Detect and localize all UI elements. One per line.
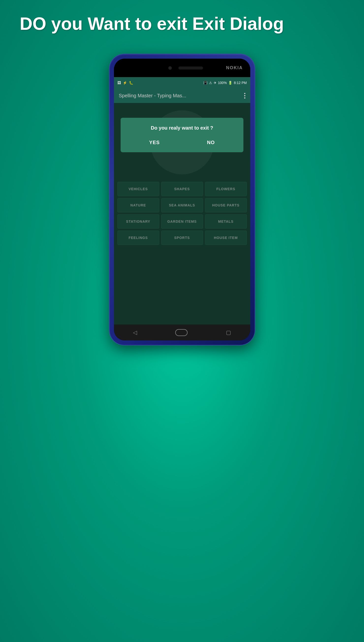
home-button[interactable] (175, 329, 188, 336)
brand-logo: NOKIA (226, 65, 243, 71)
camera-icon (168, 66, 172, 70)
phone-mockup: NOKIA 🖼 ⚡ 🐛 📳 ⚠ ✈ 100% 🔋 8:12 PM (110, 54, 255, 345)
speaker-grille (178, 67, 203, 70)
battery-icon: 🔋 (228, 81, 232, 85)
status-left: 🖼 ⚡ 🐛 (118, 81, 133, 85)
battery-percent: 100% (218, 81, 227, 85)
time-display: 8:12 PM (234, 81, 246, 85)
warning-icon: ⚠ (209, 81, 212, 85)
yes-button[interactable]: YES (144, 138, 165, 147)
phone-top-bar: NOKIA (114, 59, 250, 77)
dot1 (244, 93, 245, 94)
bottom-navigation: ◁ ▢ (114, 325, 250, 341)
app-title-bar: Spelling Master - Typing Mas... (114, 88, 250, 103)
dot3 (244, 97, 245, 99)
dot2 (244, 95, 245, 96)
dialog-buttons: YES NO (126, 138, 238, 147)
exit-dialog: Do you realy want to exit ? YES NO (120, 118, 244, 152)
app-title-text: Spelling Master - Typing Mas... (119, 93, 186, 99)
back-button[interactable]: ◁ (133, 329, 137, 336)
status-bar: 🖼 ⚡ 🐛 📳 ⚠ ✈ 100% 🔋 8:12 PM (114, 77, 250, 88)
bug-icon: 🐛 (129, 81, 133, 85)
dialog-overlay: Do you realy want to exit ? YES NO (114, 103, 250, 325)
screen-content: TYPING MASTER Do you realy want to exit … (114, 103, 250, 325)
page-title: DO you Want to exit Exit Dialog (20, 14, 284, 34)
phone-screen: NOKIA 🖼 ⚡ 🐛 📳 ⚠ ✈ 100% 🔋 8:12 PM (114, 59, 250, 341)
usb-icon: ⚡ (123, 81, 127, 85)
dialog-message: Do you realy want to exit ? (126, 125, 238, 131)
menu-button[interactable] (244, 93, 245, 99)
image-icon: 🖼 (118, 81, 121, 85)
vibrate-icon: 📳 (203, 81, 208, 85)
status-right: 📳 ⚠ ✈ 100% 🔋 8:12 PM (203, 81, 247, 85)
phone-outer: NOKIA 🖼 ⚡ 🐛 📳 ⚠ ✈ 100% 🔋 8:12 PM (110, 54, 255, 345)
no-button[interactable]: NO (202, 138, 220, 147)
airplane-icon: ✈ (214, 81, 216, 85)
recent-button[interactable]: ▢ (226, 329, 231, 336)
